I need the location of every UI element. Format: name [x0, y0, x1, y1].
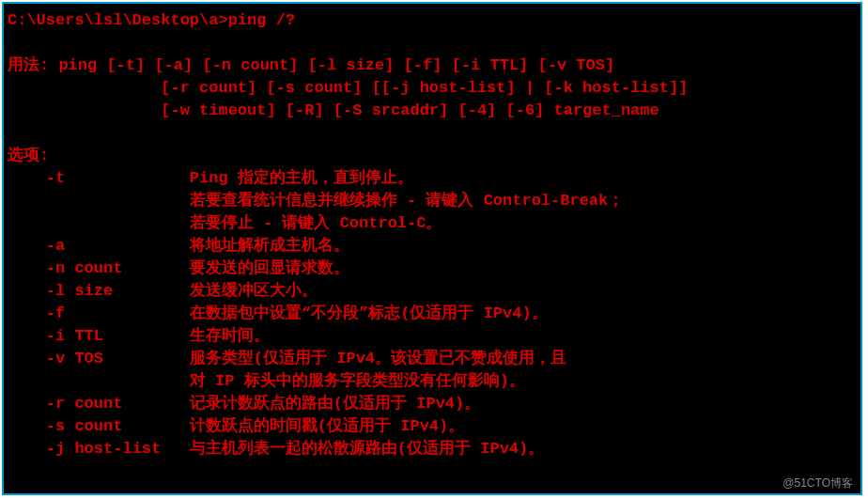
- terminal-window: C:\Users\lsl\Desktop\a>ping /? 用法: ping …: [2, 2, 862, 495]
- option-flag: -i TTL: [46, 327, 103, 345]
- option-desc: 发送缓冲区大小。: [190, 282, 318, 300]
- usage-line-0: ping [-t] [-a] [-n count] [-l size] [-f]…: [58, 56, 614, 74]
- options-label: 选项: [8, 147, 39, 164]
- option-desc: 要发送的回显请求数。: [190, 259, 349, 277]
- option-desc: Ping 指定的主机，直到停止。: [190, 169, 413, 187]
- terminal-output: C:\Users\lsl\Desktop\a>ping /? 用法: ping …: [4, 4, 860, 493]
- usage-line-1: [-r count] [-s count] [[-j host-list] | …: [113, 79, 688, 97]
- option-desc: 若要查看统计信息并继续操作 - 请键入 Control-Break；: [190, 192, 624, 210]
- option-flag: -n count: [46, 259, 123, 277]
- prompt-line: C:\Users\lsl\Desktop\a>ping /?: [8, 11, 295, 29]
- option-flag: -j host-list: [46, 440, 161, 458]
- usage-line-2: [-w timeout] [-R] [-S srcaddr] [-4] [-6]…: [113, 101, 659, 119]
- option-desc: 与主机列表一起的松散源路由(仅适用于 IPv4)。: [190, 440, 544, 458]
- option-flag: -s count: [46, 417, 123, 435]
- option-flag: -t: [46, 169, 65, 187]
- option-flag: -l size: [46, 282, 113, 300]
- option-flag: -v TOS: [46, 350, 103, 367]
- option-desc: 服务类型(仅适用于 IPv4。该设置已不赞成使用，且: [190, 350, 566, 367]
- option-desc: 生存时间。: [190, 327, 270, 345]
- usage-label: 用法: [8, 56, 39, 74]
- option-flag: -a: [46, 237, 65, 255]
- option-flag: -f: [46, 304, 65, 322]
- option-desc: 在数据包中设置“不分段”标志(仅适用于 IPv4)。: [190, 304, 548, 322]
- option-flag: -r count: [46, 395, 123, 413]
- option-desc: 若要停止 - 请键入 Control-C。: [190, 214, 442, 232]
- watermark: @51CTO博客: [783, 476, 853, 491]
- option-desc: 将地址解析成主机名。: [190, 237, 349, 255]
- option-desc: 对 IP 标头中的服务字段类型没有任何影响)。: [190, 372, 525, 390]
- option-desc: 计数跃点的时间戳(仅适用于 IPv4)。: [190, 417, 464, 435]
- option-desc: 记录计数跃点的路由(仅适用于 IPv4)。: [190, 395, 480, 413]
